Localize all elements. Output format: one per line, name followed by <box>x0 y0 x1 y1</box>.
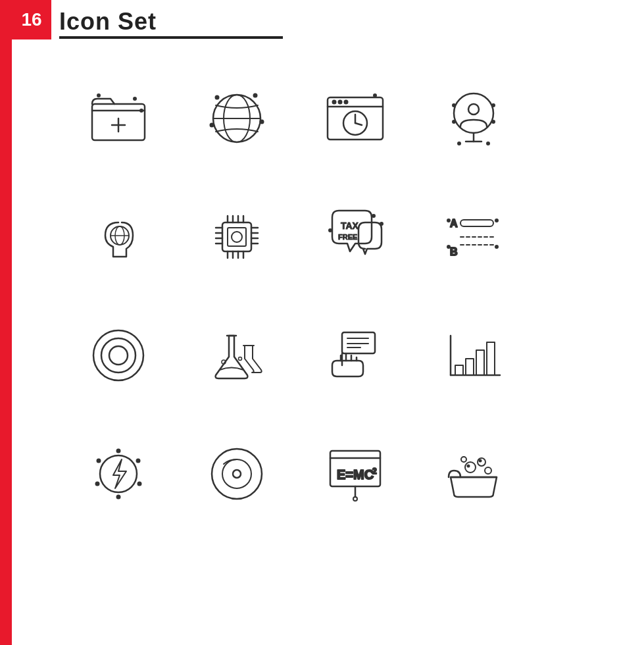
svg-point-105 <box>353 497 357 501</box>
svg-point-26 <box>453 104 455 107</box>
svg-point-98 <box>222 459 251 488</box>
svg-point-110 <box>461 457 466 462</box>
svg-point-29 <box>492 120 495 123</box>
svg-point-69 <box>101 338 136 373</box>
svg-point-67 <box>495 245 498 248</box>
svg-point-37 <box>232 232 242 242</box>
icon-mind-globe <box>66 184 171 290</box>
icon-web-clock <box>303 66 408 171</box>
svg-point-17 <box>345 101 348 104</box>
svg-text:A: A <box>450 218 458 229</box>
svg-point-5 <box>140 109 143 112</box>
svg-text:2: 2 <box>372 467 377 476</box>
svg-point-22 <box>454 93 493 133</box>
number-badge: 16 <box>12 0 51 39</box>
icon-cd-disc <box>184 421 289 527</box>
svg-rect-86 <box>455 365 463 375</box>
svg-point-31 <box>487 142 489 145</box>
red-bar <box>0 0 12 645</box>
svg-point-56 <box>329 229 332 232</box>
svg-rect-36 <box>228 228 246 246</box>
svg-point-12 <box>211 124 214 127</box>
svg-text:TAX: TAX <box>341 220 359 231</box>
svg-rect-35 <box>222 222 251 251</box>
title-underline <box>59 36 283 39</box>
svg-point-9 <box>216 96 219 99</box>
svg-point-30 <box>458 142 460 145</box>
svg-point-16 <box>339 101 342 104</box>
svg-rect-87 <box>466 359 474 375</box>
svg-point-4 <box>134 97 136 100</box>
svg-point-23 <box>468 104 479 115</box>
svg-point-11 <box>260 120 264 124</box>
icon-bar-chart <box>421 303 526 408</box>
svg-point-90 <box>100 455 137 492</box>
svg-point-108 <box>478 458 485 466</box>
svg-point-96 <box>117 496 120 499</box>
svg-point-65 <box>495 219 498 222</box>
icon-tax-free: TAX FREE <box>303 184 408 290</box>
svg-rect-60 <box>460 220 493 226</box>
svg-text:B: B <box>450 246 458 257</box>
icon-energy-bolt <box>66 421 171 527</box>
svg-point-10 <box>254 94 257 97</box>
svg-point-58 <box>380 222 383 225</box>
icon-user-search <box>421 66 526 171</box>
svg-text:E=MC: E=MC <box>337 467 374 482</box>
icon-globe <box>184 66 289 171</box>
icon-science-flask <box>184 303 289 408</box>
svg-point-107 <box>465 462 476 473</box>
icon-grid: TAX FREE A B <box>66 66 526 527</box>
svg-point-109 <box>485 467 491 474</box>
svg-rect-89 <box>487 342 495 375</box>
svg-point-70 <box>109 346 128 365</box>
icon-soap-tub <box>421 421 526 527</box>
svg-point-64 <box>447 219 450 222</box>
icon-hand-money <box>303 303 408 408</box>
svg-rect-88 <box>476 350 484 375</box>
icon-cpu-chip <box>184 184 289 290</box>
svg-point-66 <box>447 245 450 248</box>
svg-text:FREE: FREE <box>338 233 357 241</box>
svg-point-95 <box>117 450 120 453</box>
svg-point-91 <box>97 459 101 463</box>
icon-medical-folder <box>66 66 171 171</box>
icon-equation-board: E=MC 2 <box>303 421 408 527</box>
svg-point-74 <box>239 357 242 361</box>
icon-target <box>66 303 171 408</box>
svg-point-112 <box>480 460 482 462</box>
icon-text-list: A B <box>421 184 526 290</box>
page-title: Icon Set <box>59 8 157 36</box>
svg-point-57 <box>372 215 375 217</box>
svg-point-3 <box>97 94 100 97</box>
svg-point-92 <box>137 459 140 463</box>
svg-point-111 <box>468 465 470 467</box>
svg-point-28 <box>453 120 455 123</box>
svg-point-97 <box>212 449 262 499</box>
svg-point-15 <box>333 101 336 104</box>
badge-number: 16 <box>21 9 41 30</box>
svg-line-20 <box>355 123 362 125</box>
svg-point-93 <box>96 482 99 486</box>
svg-point-94 <box>138 482 141 486</box>
svg-point-21 <box>374 94 376 97</box>
svg-point-99 <box>233 470 241 478</box>
svg-point-27 <box>492 104 495 107</box>
